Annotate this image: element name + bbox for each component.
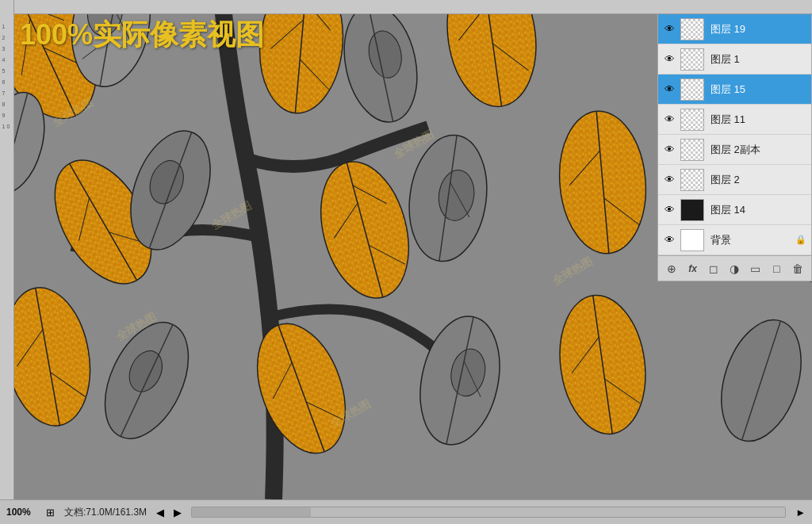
layer-visibility-icon[interactable]: 👁	[663, 143, 676, 156]
layers-toolbar: ⊕ fx ◻ ◑ ▭ □ 🗑	[658, 255, 811, 281]
layer-name: 图层 2副本	[710, 143, 806, 157]
layer-thumbnail	[680, 18, 704, 40]
layer-thumbnail	[680, 78, 704, 101]
adjustment-button[interactable]: ◑	[727, 261, 741, 277]
layer-visibility-icon[interactable]: 👁	[663, 83, 676, 96]
layer-thumbnail	[680, 199, 704, 221]
layer-thumbnail	[680, 48, 704, 71]
layer-row-bg[interactable]: 👁 背景 🔒	[658, 225, 811, 255]
link-layers-button[interactable]: ⊕	[665, 261, 679, 277]
new-group-button[interactable]: ▭	[749, 261, 763, 277]
zoom-fit-button[interactable]: ⊞	[46, 507, 55, 518]
layer-name: 图层 19	[710, 22, 806, 36]
canvas-area: 12345678910	[0, 0, 812, 499]
layer-visibility-icon[interactable]: 👁	[663, 204, 676, 216]
layer-name: 图层 2	[710, 173, 806, 187]
layer-name: 图层 15	[710, 82, 806, 97]
layer-visibility-icon[interactable]: 👁	[663, 113, 676, 126]
ruler-top	[0, 0, 812, 14]
layer-visibility-icon[interactable]: 👁	[663, 53, 676, 66]
layer-name: 背景	[710, 233, 792, 247]
delete-layer-button[interactable]: 🗑	[791, 261, 805, 277]
nav-right-button[interactable]: ▶	[174, 507, 182, 518]
layer-row-19[interactable]: 👁 图层 19	[658, 14, 811, 44]
lock-icon: 🔒	[795, 235, 806, 245]
layers-panel: 👁 图层 19 👁 图层 1 👁 图层 15 👁 图层 11 👁 图层 2副本 …	[657, 14, 812, 281]
layer-visibility-icon[interactable]: 👁	[663, 174, 676, 186]
layer-row-1[interactable]: 👁 图层 1	[658, 44, 811, 75]
layer-thumbnail	[680, 229, 704, 251]
layer-name: 图层 11	[710, 113, 806, 127]
layer-row-2[interactable]: 👁 图层 2	[658, 165, 811, 195]
layer-thumbnail	[680, 139, 704, 161]
ruler-left: 12345678910	[0, 0, 14, 499]
layer-visibility-icon[interactable]: 👁	[663, 234, 676, 247]
file-size: 文档:71.0M/161.3M	[64, 506, 147, 519]
layer-name: 图层 1	[710, 52, 806, 67]
layer-row-2b[interactable]: 👁 图层 2副本	[658, 135, 811, 165]
layer-row-14[interactable]: 👁 图层 14	[658, 195, 811, 225]
layer-row-15[interactable]: 👁 图层 15	[658, 75, 811, 105]
layer-name: 图层 14	[710, 203, 806, 217]
status-bar: 100% ⊞ 文档:71.0M/161.3M ◀ ▶ ►	[0, 499, 812, 524]
canvas-title: 100%实际像素视图	[20, 16, 264, 55]
zoom-level: 100%	[6, 507, 36, 518]
layer-thumbnail	[680, 169, 704, 191]
scroll-right-button[interactable]: ►	[795, 507, 806, 518]
layer-thumbnail	[680, 109, 704, 131]
new-layer-button[interactable]: □	[769, 261, 783, 277]
nav-left-button[interactable]: ◀	[156, 507, 164, 518]
add-mask-button[interactable]: ◻	[707, 261, 721, 277]
layer-visibility-icon[interactable]: 👁	[663, 23, 676, 36]
layer-row-11[interactable]: 👁 图层 11	[658, 105, 811, 135]
fx-button[interactable]: fx	[685, 261, 699, 277]
